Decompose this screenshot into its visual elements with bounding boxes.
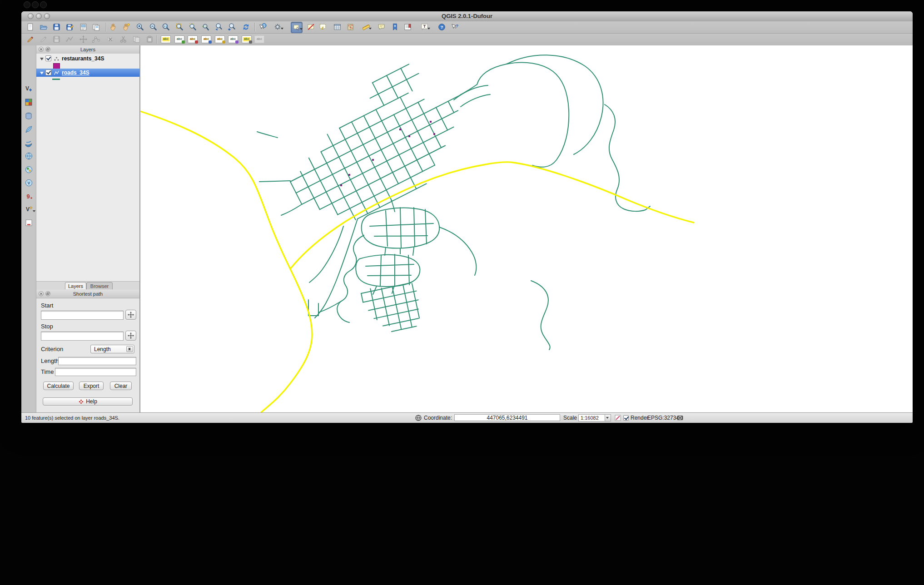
show-bookmarks-button[interactable] xyxy=(402,22,413,32)
zoom-next-button[interactable] xyxy=(226,22,237,32)
copy-features-button[interactable] xyxy=(131,34,142,45)
panel-close-button[interactable] xyxy=(39,47,44,52)
layer-checkbox[interactable] xyxy=(45,55,51,61)
refresh-map-button[interactable] xyxy=(240,22,251,32)
whats-this-button[interactable]: ? xyxy=(449,22,460,32)
render-checkbox[interactable] xyxy=(623,415,629,421)
new-bookmark-button[interactable] xyxy=(389,22,400,32)
new-project-button[interactable] xyxy=(25,22,35,32)
zoom-last-button[interactable] xyxy=(213,22,224,32)
zoom-to-selection-button[interactable] xyxy=(187,22,198,32)
pan-map-button[interactable] xyxy=(108,22,119,32)
move-feature-button[interactable] xyxy=(78,34,89,45)
save-project-as-button[interactable] xyxy=(64,22,75,32)
zoom-out-button[interactable] xyxy=(148,22,159,32)
add-wcs-layer-button[interactable] xyxy=(23,164,35,175)
crs-status-button[interactable] xyxy=(676,414,684,421)
save-layer-edits-button[interactable] xyxy=(51,34,62,45)
zoom-in-button[interactable] xyxy=(134,22,145,32)
capture-start-point-button[interactable] xyxy=(125,310,136,320)
criterion-select[interactable]: Length xyxy=(90,345,134,353)
label-change-button[interactable]: abc xyxy=(228,34,238,45)
label-settings-button[interactable]: abc xyxy=(160,34,171,45)
composer-manager-button[interactable] xyxy=(90,22,101,32)
add-spatialite-layer-button[interactable] xyxy=(23,124,35,135)
open-attribute-table-button[interactable] xyxy=(332,22,343,32)
clear-button[interactable]: Clear xyxy=(110,382,132,390)
layer-row-roads[interactable]: roads_34S xyxy=(36,69,139,77)
cut-features-button[interactable] xyxy=(118,34,129,45)
zoom-next-icon xyxy=(228,23,236,31)
start-input[interactable] xyxy=(41,311,124,320)
delete-selected-button[interactable] xyxy=(105,34,116,45)
add-raster-layer-button[interactable] xyxy=(23,96,35,108)
label-properties-button[interactable]: abc xyxy=(241,34,252,45)
close-button[interactable] xyxy=(28,13,34,19)
coordinate-field[interactable]: 447065,6234491 xyxy=(454,414,560,421)
current-edits-button[interactable] xyxy=(25,34,35,45)
toggle-editing-button[interactable] xyxy=(38,34,49,45)
zoom-to-layer-button[interactable] xyxy=(200,22,211,32)
add-wfs-layer-button[interactable]: V xyxy=(23,177,35,188)
remove-layer-button[interactable] xyxy=(23,217,35,228)
capture-stop-point-button[interactable] xyxy=(125,331,136,341)
label-pin-button[interactable]: abc xyxy=(254,34,265,45)
chevron-down-icon[interactable] xyxy=(605,415,611,421)
layer-label[interactable]: restaurants_34S xyxy=(62,55,104,62)
panel-close-button[interactable] xyxy=(39,291,44,296)
pan-to-selection-button[interactable] xyxy=(120,22,131,32)
export-button[interactable]: Export xyxy=(79,382,104,390)
length-input[interactable] xyxy=(58,357,136,365)
add-oracle-layer-button[interactable]: 9 xyxy=(23,190,35,202)
label-settings-icon: abc xyxy=(161,35,171,43)
layer-label[interactable]: roads_34S xyxy=(62,69,89,76)
label-move-button[interactable]: abc xyxy=(201,34,212,45)
new-print-composer-button[interactable] xyxy=(78,22,89,32)
save-project-button[interactable] xyxy=(51,22,62,32)
deselect-all-button[interactable] xyxy=(305,22,316,32)
measure-button[interactable] xyxy=(360,22,371,32)
tab-browser[interactable]: Browser xyxy=(86,282,113,289)
node-tool-button[interactable] xyxy=(90,34,101,45)
select-by-rectangle-button[interactable] xyxy=(291,22,303,33)
map-canvas[interactable] xyxy=(140,45,913,412)
zoom-button[interactable] xyxy=(44,13,50,19)
text-annotation-button[interactable]: T xyxy=(419,22,430,32)
add-wms-layer-button[interactable] xyxy=(23,150,35,162)
run-feature-action-button[interactable] xyxy=(272,22,283,32)
minimize-button[interactable] xyxy=(36,13,42,19)
expand-triangle-icon[interactable] xyxy=(40,58,44,62)
add-postgis-layer-button[interactable] xyxy=(23,110,35,122)
panel-float-button[interactable] xyxy=(45,47,50,52)
calculate-button[interactable]: Calculate xyxy=(43,382,74,390)
close-icon xyxy=(40,48,43,51)
extents-toggle-button[interactable] xyxy=(415,414,422,421)
select-by-expression-button[interactable]: ε xyxy=(318,22,328,32)
tab-layers[interactable]: Layers xyxy=(65,282,86,289)
label-add-button[interactable]: abc xyxy=(174,34,185,45)
scale-combo[interactable]: 1:16082 xyxy=(578,414,611,421)
label-rotate-button[interactable]: abc xyxy=(214,34,225,45)
add-feature-button[interactable] xyxy=(64,34,75,45)
expand-triangle-icon[interactable] xyxy=(40,72,44,76)
help-button[interactable]: Help xyxy=(43,397,133,406)
stop-input[interactable] xyxy=(41,332,124,341)
map-tips-button[interactable] xyxy=(376,22,387,32)
stop-rendering-button[interactable] xyxy=(614,414,621,421)
paste-features-button[interactable] xyxy=(144,34,155,45)
identify-features-button[interactable] xyxy=(257,22,268,32)
help-contents-button[interactable]: ? xyxy=(436,22,447,32)
add-mssql-layer-button[interactable] xyxy=(23,137,35,149)
zoom-full-extent-button[interactable] xyxy=(174,22,185,32)
panel-float-button[interactable] xyxy=(45,291,50,296)
open-project-button[interactable] xyxy=(38,22,49,32)
zoom-actual-size-button[interactable]: 1:1 xyxy=(160,22,171,32)
add-vector-layer-button[interactable]: V xyxy=(23,83,35,94)
roads-symbol-swatch[interactable] xyxy=(52,79,60,80)
field-calculator-button[interactable] xyxy=(345,22,356,32)
new-shapefile-layer-button[interactable]: V xyxy=(23,203,35,215)
layer-row-restaurants[interactable]: restaurants_34S xyxy=(36,55,139,63)
time-input[interactable] xyxy=(55,368,136,376)
label-remove-button[interactable]: abc xyxy=(187,34,198,45)
layer-checkbox[interactable] xyxy=(45,69,51,75)
